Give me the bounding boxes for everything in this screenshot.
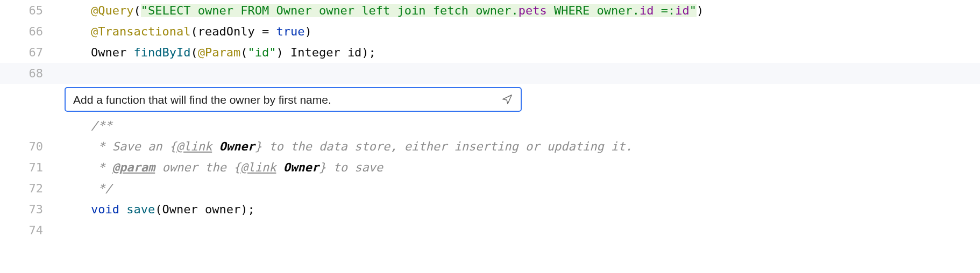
- line-number: 65: [0, 5, 54, 17]
- code-content[interactable]: * Save an {@link Owner} to the data stor…: [65, 141, 633, 153]
- inline-prompt-text[interactable]: Add a function that will find the owner …: [73, 94, 500, 105]
- code-line[interactable]: 69 /**: [0, 115, 980, 136]
- code-line[interactable]: 66 @Transactional(readOnly = true): [0, 21, 980, 42]
- annotation-param: @Param: [198, 46, 240, 59]
- method-findbyid: findById: [133, 46, 190, 59]
- method-save: save: [126, 203, 155, 216]
- code-line[interactable]: 70 * Save an {@link Owner} to the data s…: [0, 136, 980, 157]
- code-line[interactable]: 72 */: [0, 178, 980, 199]
- code-line[interactable]: 67 Owner findById(@Param("id") Integer i…: [0, 42, 980, 63]
- line-number: 74: [0, 225, 54, 236]
- code-editor[interactable]: 65 @Query("SELECT owner FROM Owner owner…: [0, 0, 980, 241]
- code-content[interactable]: * @param owner the {@link Owner} to save: [65, 162, 383, 174]
- code-line[interactable]: 65 @Query("SELECT owner FROM Owner owner…: [0, 0, 980, 21]
- annotation-query: @Query: [91, 4, 133, 17]
- line-number: 70: [0, 141, 54, 153]
- annotation-transactional: @Transactional: [91, 25, 190, 38]
- line-number: 66: [0, 26, 54, 38]
- code-content[interactable]: */: [65, 183, 112, 195]
- send-icon[interactable]: [500, 92, 514, 106]
- code-content[interactable]: /**: [65, 120, 112, 132]
- inline-prompt-row: Add a function that will find the owner …: [0, 84, 980, 115]
- code-content[interactable]: @Transactional(readOnly = true): [65, 26, 312, 38]
- code-line[interactable]: 74: [0, 220, 980, 241]
- line-number: 71: [0, 162, 54, 174]
- code-line[interactable]: 73 void save(Owner owner);: [0, 199, 980, 220]
- line-number: 73: [0, 204, 54, 215]
- line-number: 72: [0, 183, 54, 195]
- line-number: 67: [0, 47, 54, 59]
- code-content[interactable]: Owner findById(@Param("id") Integer id);: [65, 47, 376, 59]
- inline-prompt-input[interactable]: Add a function that will find the owner …: [65, 87, 522, 112]
- code-line-current[interactable]: 68: [0, 63, 980, 84]
- code-content[interactable]: void save(Owner owner);: [65, 204, 255, 215]
- line-number: 68: [0, 68, 54, 80]
- code-content[interactable]: @Query("SELECT owner FROM Owner owner le…: [65, 5, 704, 17]
- code-line[interactable]: 71 * @param owner the {@link Owner} to s…: [0, 157, 980, 178]
